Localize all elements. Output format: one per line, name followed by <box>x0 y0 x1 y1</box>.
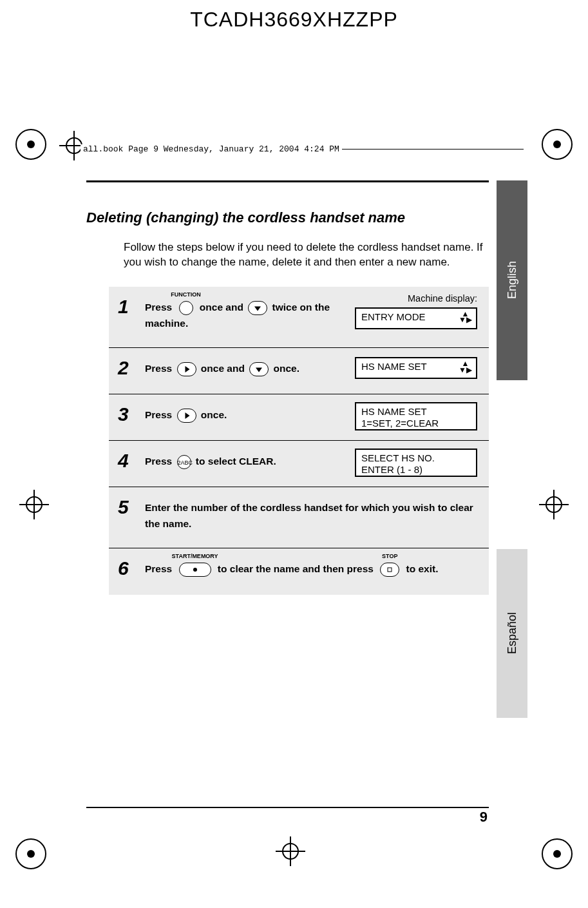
page: TCADH3669XHZZPP all.book Page 9 Wednesda… <box>0 0 588 908</box>
content-column: Deleting (changing) the cordless handset… <box>86 180 489 595</box>
section-heading: Deleting (changing) the cordless handset… <box>86 209 489 226</box>
tab-blank <box>497 380 527 549</box>
machine-display-label: Machine display: <box>408 293 477 304</box>
right-arrow-button-icon <box>177 409 196 423</box>
step: 2 Press once and once. HS NAME SET ▲▼▶ <box>109 348 489 394</box>
function-button-icon: FUNCTION <box>177 300 195 316</box>
slug-text: all.book Page 9 Wednesday, January 21, 2… <box>81 144 342 154</box>
keypad-2-button-icon: 2ABC <box>177 455 191 469</box>
tab-espanol[interactable]: Español <box>497 549 527 718</box>
crosshair-icon <box>545 496 562 513</box>
registration-mark-icon <box>15 838 46 869</box>
page-number: 9 <box>480 809 488 826</box>
step-number: 6 <box>118 557 129 579</box>
step: 1 Press FUNCTION once and twice on the m… <box>109 287 489 348</box>
start-memory-button-icon: START/MEMORY <box>177 561 213 577</box>
registration-mark-icon <box>542 838 573 869</box>
step-text: Press once and once. <box>145 361 357 377</box>
language-tabs: English Español <box>497 180 527 833</box>
document-id: TCADH3669XHZZPP <box>0 8 588 32</box>
crosshair-icon <box>282 843 299 860</box>
crosshair-icon <box>26 496 43 513</box>
bottom-rule <box>86 807 489 808</box>
nav-arrows-icon: ▲▼▶ <box>459 311 472 324</box>
step-number: 1 <box>118 296 129 318</box>
registration-mark-icon <box>15 129 46 160</box>
step-number: 2 <box>118 357 129 379</box>
machine-display: ENTRY MODE ▲▼▶ <box>355 307 477 329</box>
nav-arrows-icon: ▲▼▶ <box>459 361 472 373</box>
intro-paragraph: Follow the steps below if you need to de… <box>124 240 489 270</box>
stop-button-icon: STOP <box>378 561 401 577</box>
step-text: Press 2ABC to select CLEAR. <box>145 454 357 470</box>
step-number: 3 <box>118 403 129 425</box>
slug-line: all.book Page 9 Wednesday, January 21, 2… <box>81 143 524 155</box>
machine-display: HS NAME SET ▲▼▶ <box>355 357 477 379</box>
tab-english[interactable]: English <box>497 180 527 380</box>
step: 6 Press START/MEMORY to clear the name a… <box>109 548 489 595</box>
step-text: Press START/MEMORY to clear the name and… <box>145 561 477 577</box>
down-arrow-button-icon <box>248 301 267 315</box>
step-number: 4 <box>118 450 129 472</box>
tab-blank <box>497 718 527 833</box>
down-arrow-button-icon <box>249 362 269 376</box>
step-text: Enter the number of the cordless handset… <box>145 500 477 532</box>
step-text: Press FUNCTION once and twice on the mac… <box>145 300 357 332</box>
step-number: 5 <box>118 496 129 518</box>
step: 5 Enter the number of the cordless hands… <box>109 487 489 548</box>
step: 3 Press once. HS NAME SET 1=SET, 2=CLEAR <box>109 394 489 441</box>
right-arrow-button-icon <box>177 362 196 376</box>
machine-display: HS NAME SET 1=SET, 2=CLEAR <box>355 402 477 430</box>
steps-panel: 1 Press FUNCTION once and twice on the m… <box>109 287 489 595</box>
registration-mark-icon <box>542 129 573 160</box>
top-rule <box>86 180 489 182</box>
step: 4 Press 2ABC to select CLEAR. SELECT HS … <box>109 441 489 487</box>
step-text: Press once. <box>145 407 357 423</box>
machine-display: SELECT HS NO. ENTER (1 - 8) <box>355 449 477 477</box>
